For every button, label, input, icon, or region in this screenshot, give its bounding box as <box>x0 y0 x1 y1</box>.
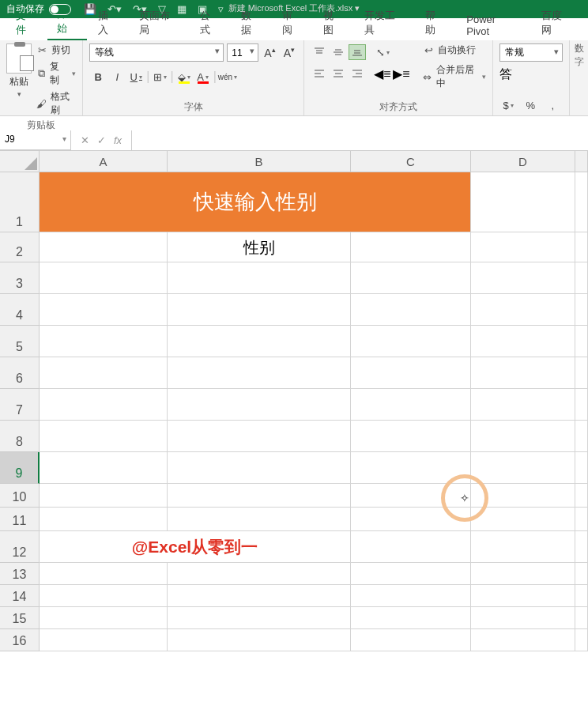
fx-icon[interactable]: fx <box>114 134 122 146</box>
cell-b9[interactable] <box>168 452 351 484</box>
cell-c8[interactable] <box>351 421 471 452</box>
cell-e12[interactable] <box>575 531 588 563</box>
cell-d3[interactable] <box>471 262 575 294</box>
col-header-e[interactable] <box>575 151 588 172</box>
align-top-button[interactable] <box>311 44 328 60</box>
decrease-indent-button[interactable]: ◀≡ <box>374 66 391 81</box>
formula-input[interactable] <box>132 130 588 150</box>
cell-d2[interactable] <box>471 232 575 262</box>
align-middle-button[interactable] <box>330 44 347 60</box>
row-header-10[interactable]: 10 <box>0 484 40 508</box>
cell-d5[interactable] <box>471 326 575 357</box>
cell-e2[interactable] <box>575 232 588 262</box>
cut-button[interactable]: ✂剪切 <box>36 43 76 57</box>
wrap-text-button[interactable]: ↩自动换行 <box>423 43 486 57</box>
font-color-button[interactable]: A <box>194 68 212 85</box>
tab-formulas[interactable]: 公式 <box>190 5 230 40</box>
italic-button[interactable]: I <box>108 68 126 85</box>
cell-d14[interactable] <box>471 585 575 607</box>
cell-a7[interactable] <box>40 389 168 421</box>
cell-a13[interactable] <box>40 563 168 585</box>
cell-c12[interactable] <box>351 531 471 563</box>
cell-e13[interactable] <box>575 563 588 585</box>
cell-a4[interactable] <box>40 294 168 326</box>
cell-a6[interactable] <box>40 357 168 389</box>
align-center-button[interactable] <box>330 66 347 81</box>
align-right-button[interactable] <box>349 66 366 81</box>
cell-b8[interactable] <box>168 421 351 452</box>
cell-d9[interactable] <box>471 452 575 484</box>
cell-e9[interactable] <box>575 452 588 484</box>
tab-help[interactable]: 帮助 <box>416 5 455 40</box>
cell-a16[interactable] <box>40 629 168 651</box>
cell-c3[interactable] <box>351 262 471 294</box>
cell-c5[interactable] <box>351 326 471 357</box>
increase-font-button[interactable]: A▴ <box>262 46 277 59</box>
select-all-corner[interactable] <box>0 151 40 172</box>
cell-e1[interactable] <box>575 172 588 232</box>
tab-file[interactable]: 文件 <box>6 5 46 40</box>
cell-e3[interactable] <box>575 262 588 294</box>
name-box[interactable]: J9 <box>0 130 71 150</box>
chevron-down-icon[interactable]: ▾ <box>17 90 21 98</box>
increase-indent-button[interactable]: ▶≡ <box>393 66 410 81</box>
cell-a3[interactable] <box>40 262 168 294</box>
row-header-2[interactable]: 2 <box>0 232 40 262</box>
cell-c6[interactable] <box>351 357 471 389</box>
font-size-select[interactable] <box>227 43 258 62</box>
row-header-14[interactable]: 14 <box>0 585 40 607</box>
spreadsheet-grid[interactable]: A B C D 1 快速输入性别 2 性别 3 4 5 6 7 8 9 10 1… <box>0 151 588 651</box>
cell-b3[interactable] <box>168 262 351 294</box>
cell-e4[interactable] <box>575 294 588 326</box>
comma-button[interactable]: , <box>544 96 561 114</box>
tab-developer[interactable]: 开发工具 <box>355 5 415 40</box>
enter-formula-icon[interactable]: ✓ <box>97 134 106 146</box>
cell-a14[interactable] <box>40 585 168 607</box>
cell-b11[interactable] <box>168 508 351 531</box>
cell-d1[interactable] <box>471 172 575 232</box>
cell-e6[interactable] <box>575 357 588 389</box>
cell-a2[interactable] <box>40 232 168 262</box>
row-header-5[interactable]: 5 <box>0 326 40 357</box>
cell-e8[interactable] <box>575 421 588 452</box>
cell-b14[interactable] <box>168 585 351 607</box>
col-header-c[interactable]: C <box>351 151 471 172</box>
cell-b10[interactable] <box>168 484 351 508</box>
row-header-12[interactable]: 12 <box>0 531 40 563</box>
cell-c15[interactable] <box>351 607 471 629</box>
decrease-font-button[interactable]: A▾ <box>281 46 297 59</box>
cell-a15[interactable] <box>40 607 168 629</box>
cell-e11[interactable] <box>575 508 588 531</box>
cell-c13[interactable] <box>351 563 471 585</box>
phonetic-button[interactable]: wén <box>218 68 237 85</box>
tab-powerpivot[interactable]: Power Pivot <box>457 9 530 40</box>
col-header-b[interactable]: B <box>168 151 351 172</box>
col-header-d[interactable]: D <box>471 151 575 172</box>
row-header-15[interactable]: 15 <box>0 607 40 629</box>
align-left-button[interactable] <box>311 66 328 81</box>
number-format-select[interactable] <box>499 43 563 62</box>
tab-insert[interactable]: 插入 <box>89 5 128 40</box>
cell-b4[interactable] <box>168 294 351 326</box>
cell-d8[interactable] <box>471 421 575 452</box>
cell-e15[interactable] <box>575 607 588 629</box>
window-title[interactable]: 新建 Microsoft Excel 工作表.xlsx ▾ <box>228 2 360 14</box>
cell-d7[interactable] <box>471 389 575 421</box>
cell-b6[interactable] <box>168 357 351 389</box>
row-header-3[interactable]: 3 <box>0 262 40 294</box>
tab-baidu[interactable]: 百度网 <box>532 5 582 40</box>
cell-e7[interactable] <box>575 389 588 421</box>
cell-a5[interactable] <box>40 326 168 357</box>
cell-e14[interactable] <box>575 585 588 607</box>
cell-b15[interactable] <box>168 607 351 629</box>
cell-b7[interactable] <box>168 389 351 421</box>
font-name-select[interactable] <box>89 43 224 62</box>
cell-a11[interactable] <box>40 508 168 531</box>
row-header-8[interactable]: 8 <box>0 421 40 452</box>
underline-button[interactable]: U <box>127 68 145 85</box>
borders-button[interactable]: ⊞ <box>151 68 168 85</box>
cell-b13[interactable] <box>168 563 351 585</box>
row-header-4[interactable]: 4 <box>0 294 40 326</box>
cell-c14[interactable] <box>351 585 471 607</box>
cell-c2[interactable] <box>351 232 471 262</box>
